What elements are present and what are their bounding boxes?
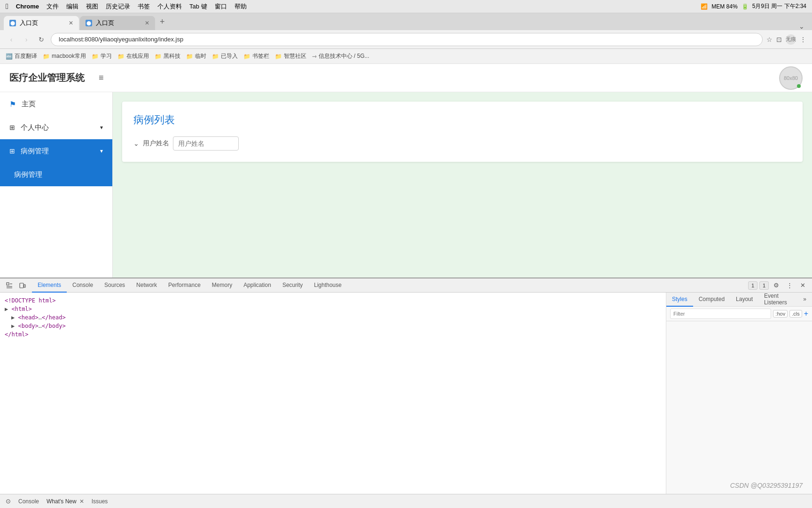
devtools-tab-application[interactable]: Application	[238, 278, 277, 293]
bookmark-baiду[interactable]: 🔤 百度翻译	[6, 52, 37, 60]
bookmark-temp[interactable]: 📁 临时	[186, 52, 206, 60]
bookmark-smart-city[interactable]: 📁 智慧社区	[275, 52, 306, 60]
address-input[interactable]	[51, 33, 763, 46]
bookmark-bar[interactable]: 📁 书签栏	[243, 52, 269, 60]
bookmark-imported[interactable]: 📁 已导入	[212, 52, 238, 60]
tab-1[interactable]: ⬤ 入口页 ✕	[4, 16, 79, 30]
case-mgmt-arrow-icon: ▾	[100, 148, 103, 154]
devtools-tab-security[interactable]: Security	[277, 278, 308, 293]
devtools-settings-icon[interactable]: ⚙	[771, 280, 782, 291]
avatar: 80x80	[779, 66, 803, 90]
html-doctype-line: <!DOCTYPE html>	[4, 296, 662, 305]
profile-icon[interactable]: 无痕	[786, 34, 796, 45]
case-mgmt-icon: ⊞	[9, 147, 15, 155]
html-head-line[interactable]: ▶ <head>…</head>	[4, 313, 662, 322]
sidebar: ⚑ 主页 ⊞ 个人中心 ▾ ⊞ 病例管理 ▾	[0, 92, 113, 278]
error-count-2: 1	[759, 281, 769, 290]
browser-content: 医疗企业管理系统 ≡ 80x80 ⚑ 主页	[0, 64, 812, 508]
tab-menu[interactable]: Tab 键	[189, 2, 207, 11]
svg-rect-4	[20, 283, 23, 288]
bookmark-online[interactable]: 📁 在线应用	[117, 52, 149, 60]
statusbar-console-label: Console	[18, 498, 39, 505]
sidebar-item-case-mgmt-label: 病例管理	[21, 147, 49, 156]
mem-indicator: MEM 84%	[711, 3, 737, 10]
hamburger-menu-button[interactable]: ≡	[99, 73, 104, 83]
devtools-close-icon[interactable]: ✕	[797, 280, 808, 291]
main-content: 病例列表 ⌄ 用户姓名	[113, 92, 812, 278]
styles-tab-more[interactable]: »	[797, 293, 812, 307]
inspect-element-icon[interactable]	[4, 280, 15, 291]
devtools-tab-sources[interactable]: Sources	[99, 278, 131, 293]
bookmark-macbook[interactable]: 📁 macbook常用	[43, 52, 86, 60]
sidebar-item-home[interactable]: ⚑ 主页	[0, 92, 112, 116]
apple-menu[interactable]: 	[6, 2, 8, 11]
reload-button[interactable]: ↻	[36, 34, 47, 45]
tab-2[interactable]: ⬤ 入口页 ✕	[80, 16, 155, 30]
hov-button[interactable]: :hov	[773, 310, 788, 318]
filter-label: 用户姓名	[143, 139, 169, 148]
reader-mode-icon[interactable]: ⊡	[776, 36, 782, 43]
app-main: 医疗企业管理系统 ≡ 80x80 ⚑ 主页	[0, 64, 812, 278]
devtools-right-controls: 1 1 ⚙ ⋮ ✕	[748, 280, 808, 291]
styles-tab-computed[interactable]: Computed	[693, 293, 730, 307]
bookmark-tech[interactable]: 📁 黑科技	[155, 52, 180, 60]
sidebar-item-case-mgmt[interactable]: ⊞ 病例管理 ▾	[0, 139, 112, 163]
tab-2-label: 入口页	[96, 19, 114, 27]
new-tab-button[interactable]: +	[156, 17, 169, 27]
app-title: 医疗企业管理系统	[9, 71, 85, 84]
chrome-menu-item[interactable]: Chrome	[16, 3, 39, 10]
personal-arrow-icon: ▾	[100, 124, 103, 131]
add-style-rule-button[interactable]: +	[804, 310, 808, 318]
styles-tab-layout[interactable]: Layout	[730, 293, 758, 307]
sidebar-item-personal[interactable]: ⊞ 个人中心 ▾	[0, 116, 112, 139]
tab-2-close[interactable]: ✕	[145, 20, 149, 26]
whats-new-close-icon[interactable]: ✕	[79, 498, 84, 505]
devtools-tab-console[interactable]: Console	[67, 278, 99, 293]
html-html-close: </html>	[4, 330, 662, 339]
svg-rect-0	[7, 283, 9, 285]
edit-menu[interactable]: 编辑	[66, 2, 78, 11]
cls-button[interactable]: .cls	[789, 310, 802, 318]
device-toolbar-icon[interactable]	[17, 280, 28, 291]
statusbar-console[interactable]: Console	[18, 498, 39, 505]
macos-menubar:  Chrome 主页 文件 编辑 视图 历史记录 书签 个人资料 Tab 键 …	[0, 0, 812, 13]
devtools-statusbar: ⊙ Console What's New ✕ Issues	[0, 494, 812, 508]
devtools-tab-network[interactable]: Network	[131, 278, 163, 293]
back-button[interactable]: ‹	[6, 34, 17, 45]
file-menu[interactable]: 文件	[47, 2, 59, 11]
tab-expand-icon[interactable]: ⌄	[799, 23, 804, 30]
devtools-tab-memory[interactable]: Memory	[206, 278, 238, 293]
view-menu[interactable]: 视图	[86, 2, 98, 11]
help-menu[interactable]: 帮助	[234, 2, 247, 11]
window-menu[interactable]: 窗口	[215, 2, 227, 11]
styles-filter-input[interactable]	[670, 309, 771, 319]
html-body-line[interactable]: ▶ <body>…</body>	[4, 322, 662, 330]
devtools-more-icon[interactable]: ⋮	[784, 280, 795, 291]
bookmark-info-tech[interactable]: ⇾ 信息技术中心 / 5G...	[312, 52, 369, 60]
statusbar-whats-new[interactable]: What's New ✕	[47, 498, 84, 505]
bookmark-star-icon[interactable]: ☆	[766, 36, 773, 43]
filter-input[interactable]	[173, 136, 239, 151]
styles-content-area	[666, 321, 812, 494]
webpage-split: 医疗企业管理系统 ≡ 80x80 ⚑ 主页	[0, 64, 812, 278]
styles-filter-row: :hov .cls +	[666, 307, 812, 321]
tab-1-close[interactable]: ✕	[69, 20, 73, 26]
statusbar-issues[interactable]: Issues	[92, 498, 108, 505]
styles-tab-styles[interactable]: Styles	[666, 293, 693, 307]
more-icon[interactable]: ⋮	[800, 36, 806, 43]
bookmarks-menu[interactable]: 书签	[138, 2, 150, 11]
styles-tab-event-listeners[interactable]: Event Listeners	[758, 293, 797, 307]
forward-button[interactable]: ›	[21, 34, 32, 45]
history-menu[interactable]: 历史记录	[106, 2, 130, 11]
devtools-left-icons	[4, 280, 28, 291]
html-html-open[interactable]: ▶ <html>	[4, 305, 662, 313]
bookmark-study[interactable]: 📁 学习	[92, 52, 112, 60]
devtools-tab-lighthouse[interactable]: Lighthouse	[308, 278, 347, 293]
devtools-tab-performance[interactable]: Performance	[163, 278, 206, 293]
profile-menu[interactable]: 个人资料	[157, 2, 182, 11]
devtools-tab-elements[interactable]: Elements	[32, 278, 67, 293]
sidebar-item-case-mgmt-sub[interactable]: 病例管理	[0, 163, 112, 186]
filter-row: ⌄ 用户姓名	[133, 136, 791, 151]
tab-bar: ⬤ 入口页 ✕ ⬤ 入口页 ✕ + ⌄	[0, 13, 812, 30]
error-count-1: 1	[748, 281, 757, 290]
